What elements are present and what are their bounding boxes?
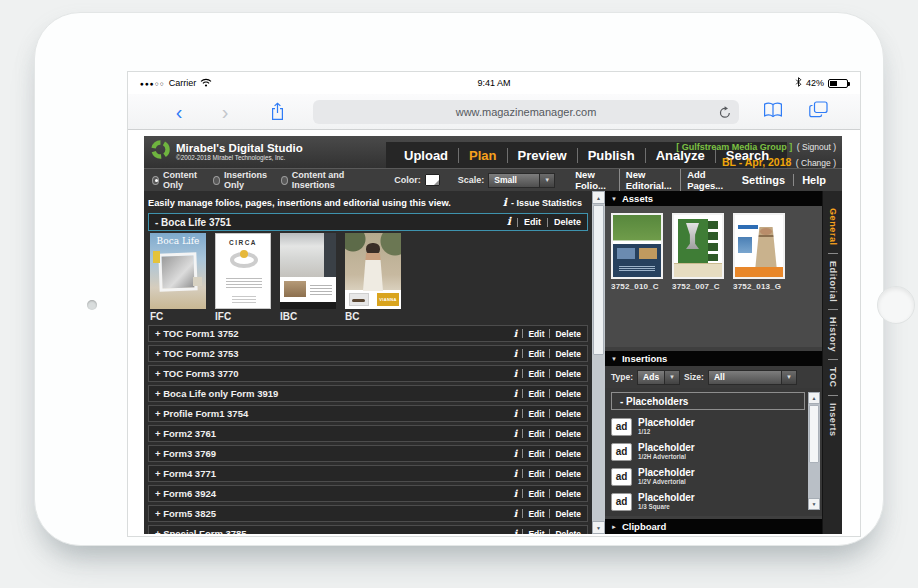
magazine-page-thumbnail[interactable]: VIANNA <box>345 233 401 309</box>
folio-row[interactable]: + TOC Form2 3753 i Edit Delete <box>148 345 588 362</box>
folio-scrollbar[interactable]: ▲ ▼ <box>592 191 605 534</box>
side-tab[interactable]: General <box>828 201 838 253</box>
insertion-item[interactable]: ad Placeholder 1/3 Square <box>611 489 805 514</box>
home-button[interactable] <box>877 286 915 324</box>
share-icon[interactable] <box>270 102 285 121</box>
insertions-scrollbar[interactable]: ▲ ▼ <box>808 392 820 510</box>
view-mode-radio[interactable]: Content and Insertions <box>281 170 363 190</box>
info-icon[interactable]: i <box>514 529 518 535</box>
magazine-page-thumbnail[interactable]: Boca Life <box>150 233 206 309</box>
chevron-down-icon[interactable]: ▼ <box>540 173 555 188</box>
info-icon[interactable]: i <box>514 509 518 519</box>
folio-row[interactable]: + Form6 3924 i Edit Delete <box>148 485 588 502</box>
scroll-down-icon[interactable]: ▼ <box>808 498 820 510</box>
info-icon[interactable]: i <box>514 409 518 419</box>
help-button[interactable]: Help <box>793 174 834 186</box>
scroll-up-icon[interactable]: ▲ <box>808 392 820 404</box>
side-tab[interactable]: TOC <box>828 359 838 395</box>
edit-button[interactable]: Edit <box>528 409 544 419</box>
edit-button[interactable]: Edit <box>528 389 544 399</box>
info-icon[interactable]: i <box>514 469 518 479</box>
asset-thumbnail[interactable] <box>611 213 663 279</box>
info-icon[interactable]: i <box>514 389 518 399</box>
insertions-section-header[interactable]: ▼ Insertions <box>605 351 822 366</box>
delete-button[interactable]: Delete <box>555 369 581 379</box>
insertion-item[interactable]: ad Placeholder 1/2H Advertorial <box>611 439 805 464</box>
edit-button[interactable]: Edit <box>528 469 544 479</box>
toolbar-action[interactable]: New Folio... <box>569 169 619 191</box>
signout-link[interactable]: ( Signout ) <box>797 142 836 152</box>
insertion-item[interactable]: ad Placeholder 1/2V Advertorial <box>611 464 805 489</box>
edit-button[interactable]: Edit <box>528 329 544 339</box>
folio-row[interactable]: + Special Form 3785 i Edit Delete <box>148 525 588 534</box>
toolbar-action[interactable]: New Editorial... <box>619 169 680 191</box>
asset-thumbnail[interactable] <box>733 213 785 279</box>
magazine-page-thumbnail[interactable]: CIRCA <box>215 233 271 309</box>
edit-button[interactable]: Edit <box>528 369 544 379</box>
delete-button[interactable]: Delete <box>555 329 581 339</box>
folio-row[interactable]: + Form5 3825 i Edit Delete <box>148 505 588 522</box>
delete-button[interactable]: Delete <box>554 217 581 227</box>
folio-row[interactable]: + Form3 3769 i Edit Delete <box>148 445 588 462</box>
edit-button[interactable]: Edit <box>528 529 544 535</box>
issue-statistics-label[interactable]: - Issue Statistics <box>511 198 582 208</box>
chevron-down-icon[interactable]: ▼ <box>665 370 680 385</box>
insertion-item[interactable]: ad Placeholder 1/12 <box>611 414 805 439</box>
delete-button[interactable]: Delete <box>555 509 581 519</box>
edit-button[interactable]: Edit <box>524 217 541 227</box>
clipboard-section-header[interactable]: ► Clipboard <box>605 519 822 534</box>
edit-button[interactable]: Edit <box>528 429 544 439</box>
edit-button[interactable]: Edit <box>528 489 544 499</box>
info-icon[interactable]: i <box>514 329 518 339</box>
scrollbar-thumb[interactable] <box>593 205 604 355</box>
placeholders-group-header[interactable]: - Placeholders <box>611 392 805 410</box>
view-mode-radio[interactable]: Insertions Only <box>213 170 271 190</box>
bookmarks-icon[interactable] <box>763 102 783 122</box>
magazine-page-thumbnail[interactable] <box>280 233 336 309</box>
folio-row[interactable]: + Form4 3771 i Edit Delete <box>148 465 588 482</box>
assets-section-header[interactable]: ▼ Assets <box>605 191 822 206</box>
info-icon[interactable]: i <box>514 489 518 499</box>
address-bar[interactable]: www.magazinemanager.com <box>313 100 739 124</box>
info-icon[interactable]: i <box>507 217 511 227</box>
delete-button[interactable]: Delete <box>555 389 581 399</box>
size-dropdown[interactable]: All ▼ <box>708 370 797 385</box>
delete-button[interactable]: Delete <box>555 489 581 499</box>
view-mode-radio[interactable]: Content Only <box>152 170 203 190</box>
folio-row[interactable]: + TOC Form1 3752 i Edit Delete <box>148 325 588 342</box>
toolbar-action[interactable]: Add Pages... <box>680 169 734 191</box>
tabs-icon[interactable] <box>809 101 828 122</box>
nav-tab[interactable]: Plan <box>458 148 506 163</box>
media-group-link[interactable]: [ Gulfstream Media Group ] <box>676 142 792 152</box>
settings-button[interactable]: Settings <box>734 174 793 186</box>
asset-thumbnail[interactable] <box>672 213 724 279</box>
folio-row[interactable]: + Profile Form1 3754 i Edit Delete <box>148 405 588 422</box>
edit-button[interactable]: Edit <box>528 509 544 519</box>
delete-button[interactable]: Delete <box>555 429 581 439</box>
side-tab[interactable]: Editorial <box>828 253 838 309</box>
edit-button[interactable]: Edit <box>528 449 544 459</box>
delete-button[interactable]: Delete <box>555 349 581 359</box>
color-swatch[interactable] <box>425 174 440 186</box>
side-tab[interactable]: History <box>828 309 838 359</box>
scroll-down-icon[interactable]: ▼ <box>592 521 605 534</box>
folio-row[interactable]: + Boca Life only Form 3919 i Edit Delete <box>148 385 588 402</box>
scale-dropdown[interactable]: Small ▼ <box>488 173 555 188</box>
folio-row[interactable]: + Form2 3761 i Edit Delete <box>148 425 588 442</box>
delete-button[interactable]: Delete <box>555 529 581 535</box>
delete-button[interactable]: Delete <box>555 449 581 459</box>
info-icon[interactable]: i <box>514 349 518 359</box>
refresh-icon[interactable] <box>719 105 731 123</box>
browser-back-button[interactable]: ‹ <box>168 102 190 122</box>
browser-forward-button[interactable]: › <box>214 102 236 122</box>
change-issue-link[interactable]: ( Change ) <box>796 158 836 168</box>
scrollbar-thumb[interactable] <box>809 405 819 463</box>
type-dropdown[interactable]: Ads ▼ <box>637 370 680 385</box>
info-icon[interactable]: i <box>514 449 518 459</box>
nav-tab[interactable]: Upload <box>394 148 458 163</box>
scroll-up-icon[interactable]: ▲ <box>592 191 605 204</box>
edit-button[interactable]: Edit <box>528 349 544 359</box>
folio-row[interactable]: + TOC Form3 3770 i Edit Delete <box>148 365 588 382</box>
info-icon[interactable]: i <box>514 429 518 439</box>
delete-button[interactable]: Delete <box>555 469 581 479</box>
